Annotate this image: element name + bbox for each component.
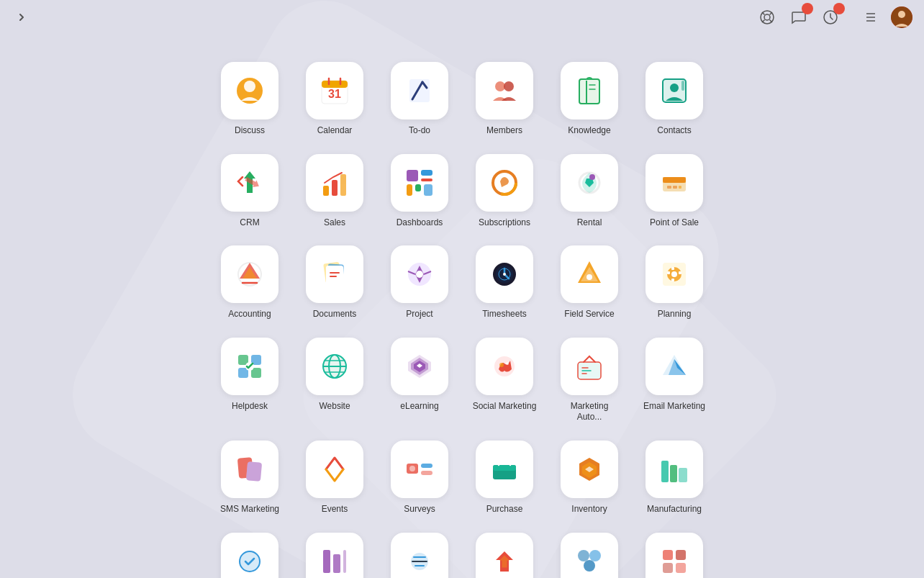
app-item-discuss[interactable]: Discuss — [210, 56, 289, 143]
svg-rect-15 — [322, 81, 348, 88]
app-item-calendar[interactable]: 31 Calendar — [295, 56, 374, 143]
svg-rect-102 — [421, 471, 432, 475]
app-item-marketingauto[interactable]: Marketing Auto... — [550, 332, 629, 429]
app-label-pos: Point of Sale — [650, 217, 699, 229]
app-item-surveys[interactable]: Surveys — [380, 435, 459, 521]
app-label-emailmarketing: Email Marketing — [643, 401, 705, 412]
app-item-purchase[interactable]: Purchase — [465, 435, 544, 521]
svg-point-60 — [503, 273, 506, 276]
app-label-marketingauto: Marketing Auto... — [557, 401, 622, 423]
svg-rect-32 — [332, 180, 338, 196]
app-label-rental: Rental — [577, 217, 602, 229]
app-label-smsmarketing: SMS Marketing — [220, 504, 279, 515]
app-label-purchase: Purchase — [486, 504, 523, 515]
app-item-sales[interactable]: Sales — [295, 148, 374, 235]
app-item-accounting[interactable]: Accounting — [210, 240, 289, 326]
app-label-subscriptions: Subscriptions — [479, 217, 530, 229]
app-label-contacts: Contacts — [657, 125, 691, 137]
app-item-project[interactable]: Project — [380, 240, 459, 326]
app-icon-fieldservice — [561, 245, 618, 303]
settings-icon-button[interactable] — [859, 6, 882, 29]
app-icon-todo — [391, 62, 448, 119]
app-item-todo[interactable]: To-do — [380, 56, 459, 143]
app-item-helpdesk[interactable]: Helpdesk — [210, 332, 289, 429]
app-item-socialmarketing[interactable]: Social Marketing — [465, 332, 544, 429]
app-item-crm[interactable]: CRM — [210, 148, 289, 235]
app-icon-timesheets — [476, 245, 533, 303]
app-label-documents: Documents — [313, 309, 357, 320]
app-item-emailmarketing[interactable]: Email Marketing — [635, 332, 714, 429]
svg-point-70 — [671, 271, 677, 277]
svg-rect-109 — [661, 461, 669, 482]
svg-rect-126 — [663, 563, 673, 573]
nav-toggle-button[interactable] — [12, 7, 32, 27]
app-item-app31[interactable] — [210, 527, 289, 578]
svg-rect-46 — [663, 177, 686, 183]
svg-point-87 — [499, 363, 504, 367]
app-item-app35[interactable] — [550, 527, 629, 578]
app-item-manufacturing[interactable]: Manufacturing — [635, 435, 714, 521]
app-item-contacts[interactable]: Contacts — [635, 56, 714, 143]
app-item-planning[interactable]: Planning — [635, 240, 714, 326]
app-label-surveys: Surveys — [404, 504, 435, 515]
app-icon-contacts — [646, 62, 703, 119]
svg-point-123 — [584, 560, 595, 572]
app-icon-discuss — [221, 62, 278, 119]
app-label-sales: Sales — [324, 217, 345, 229]
svg-point-63 — [586, 274, 592, 280]
app-icon-manufacturing — [646, 441, 703, 498]
app-item-fieldservice[interactable]: Field Service — [550, 240, 629, 326]
app-icon-subscriptions — [476, 154, 533, 212]
svg-point-43 — [589, 174, 595, 180]
app-label-dashboards: Dashboards — [397, 217, 443, 229]
svg-text:31: 31 — [328, 88, 341, 100]
app-item-members[interactable]: Members — [465, 56, 544, 143]
svg-rect-68 — [667, 271, 670, 274]
svg-point-122 — [589, 550, 601, 561]
app-icon-pos — [646, 154, 703, 212]
app-item-documents[interactable]: Documents — [295, 240, 374, 326]
app-item-dashboards[interactable]: Dashboards — [380, 148, 459, 235]
app-icon-app32 — [306, 533, 363, 578]
app-item-rental[interactable]: Rental — [550, 148, 629, 235]
svg-rect-38 — [415, 184, 421, 191]
activity-icon-button[interactable] — [819, 6, 842, 29]
app-item-events[interactable]: Events — [295, 435, 374, 521]
app-item-knowledge[interactable]: Knowledge — [550, 56, 629, 143]
app-icon-app31 — [221, 533, 278, 578]
app-item-website[interactable]: Website — [295, 332, 374, 429]
app-icon-sales — [306, 154, 363, 212]
svg-rect-49 — [679, 186, 681, 189]
app-label-knowledge: Knowledge — [568, 125, 610, 137]
app-item-subscriptions[interactable]: Subscriptions — [465, 148, 544, 235]
topbar — [0, 0, 924, 35]
support-icon-button[interactable] — [756, 6, 779, 29]
user-avatar[interactable] — [891, 6, 912, 28]
app-icon-dashboards — [391, 154, 448, 212]
app-icon-marketingauto — [561, 338, 618, 395]
messages-icon-button[interactable] — [787, 6, 810, 29]
app-item-elearning[interactable]: eLearning — [380, 332, 459, 429]
app-item-timesheets[interactable]: Timesheets — [465, 240, 544, 326]
svg-point-13 — [244, 81, 255, 92]
svg-rect-111 — [679, 468, 687, 482]
svg-rect-101 — [421, 464, 432, 468]
app-label-accounting: Accounting — [228, 309, 271, 320]
app-item-inventory[interactable]: Inventory — [550, 435, 629, 521]
app-item-app36[interactable] — [635, 527, 714, 578]
app-label-socialmarketing: Social Marketing — [473, 401, 537, 412]
svg-rect-47 — [667, 186, 671, 189]
app-icon-crm — [221, 154, 278, 212]
app-icon-app34 — [476, 533, 533, 578]
app-item-app32[interactable] — [295, 527, 374, 578]
svg-point-56 — [416, 271, 423, 278]
app-icon-purchase — [476, 441, 533, 498]
app-item-smsmarketing[interactable]: SMS Marketing — [210, 435, 289, 521]
app-item-pos[interactable]: Point of Sale — [635, 148, 714, 235]
app-item-app34[interactable] — [465, 527, 544, 578]
svg-point-11 — [898, 11, 905, 18]
svg-rect-105 — [493, 465, 516, 471]
app-item-app33[interactable] — [380, 527, 459, 578]
app-icon-planning — [646, 245, 703, 303]
app-icon-knowledge — [561, 62, 618, 119]
